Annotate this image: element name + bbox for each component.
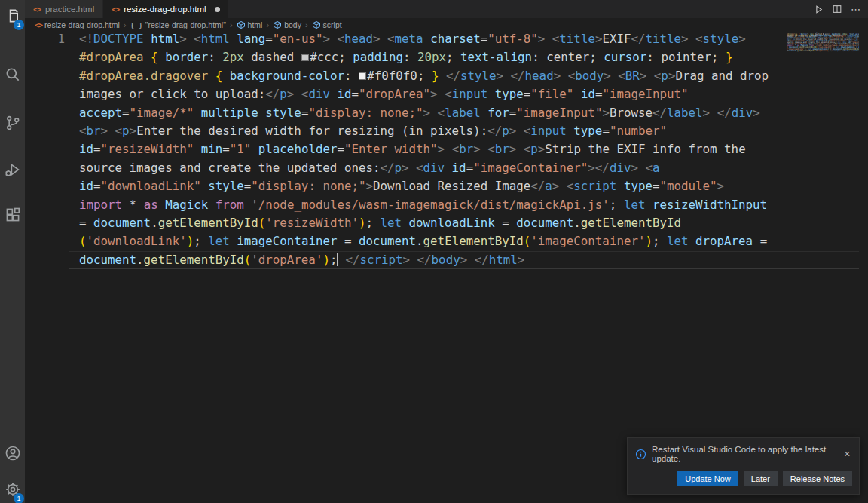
later-button[interactable]: Later (744, 471, 778, 486)
tab-label: practice.html (45, 5, 94, 14)
code-line: id="resizeWidth" min="1" placeholder="En… (79, 140, 769, 158)
run-and-debug-icon[interactable] (0, 157, 25, 182)
more-actions-icon[interactable]: ⋯ (850, 3, 862, 15)
html-file-icon: <> (33, 5, 41, 14)
breadcrumb-label: "resize-drag-drop.html" (145, 20, 226, 29)
html-file-icon: <> (35, 21, 42, 29)
html-file-icon: <> (112, 5, 119, 14)
chevron-right-icon: › (229, 20, 234, 29)
breadcrumb-label: script (323, 20, 342, 29)
code-line: #dropArea { border: 2px dashed #ccc; pad… (79, 48, 769, 66)
breadcrumb-label: html (248, 20, 263, 29)
tab-label: resize-drag-drop.html (124, 5, 206, 14)
breadcrumb-item-resize-drag-drop.html[interactable]: <>resize-drag-drop.html (35, 20, 120, 29)
manage-badge: 1 (14, 493, 24, 503)
explorer-icon[interactable]: 1 (0, 3, 25, 28)
code-editor[interactable]: 1 <!DOCTYPE html> <html lang="en-us"> <h… (25, 32, 868, 503)
symbol-element-icon (237, 20, 246, 29)
braces-icon: { } (130, 21, 143, 29)
release-notes-button[interactable]: Release Notes (783, 471, 852, 486)
chevron-right-icon: › (123, 20, 127, 29)
code-line: images or click to upload:</p> <div id="… (79, 85, 769, 103)
update-notification: Restart Visual Studio Code to apply the … (627, 437, 860, 495)
chevron-right-icon: › (304, 20, 309, 29)
code-line: #dropArea.dragover { background-color: #… (79, 67, 769, 85)
code-line: accept="image/*" multiple style="display… (79, 104, 769, 122)
color-swatch[interactable] (359, 72, 366, 80)
color-swatch[interactable] (301, 54, 309, 62)
tab-resize-drag-drop.html[interactable]: <>resize-drag-drop.html (103, 0, 228, 18)
code-line: id="downloadLink" style="display: none;"… (79, 177, 769, 195)
update-now-button[interactable]: Update Now (677, 471, 738, 486)
activity-bar: 11 (0, 0, 25, 503)
accounts-icon[interactable] (0, 440, 25, 465)
breadcrumb-item-body[interactable]: body (273, 20, 301, 29)
notification-buttons: Update NowLaterRelease Notes (628, 468, 859, 494)
split-editor-icon[interactable] (831, 3, 843, 15)
search-icon[interactable] (0, 62, 25, 87)
modified-indicator-icon[interactable] (215, 7, 220, 12)
notification-message: Restart Visual Studio Code to apply the … (652, 445, 836, 463)
code-content[interactable]: <!DOCTYPE html> <html lang="en-us"> <hea… (79, 30, 769, 269)
editor-actions: ⋯ (812, 0, 862, 18)
code-line: = document.getElementById('resizeWidth')… (79, 214, 769, 232)
tab-bar: <>practice.html<>resize-drag-drop.html ⋯ (25, 0, 868, 18)
code-line: ('downloadLink'); let imageContainer = d… (79, 232, 769, 250)
extensions-icon[interactable] (0, 202, 25, 227)
breadcrumb-item-html[interactable]: html (237, 20, 263, 29)
code-line: <!DOCTYPE html> <html lang="en-us"> <hea… (79, 30, 769, 48)
manage-icon[interactable]: 1 (0, 477, 25, 501)
code-line: import * as Magick from '/node_modules/w… (79, 196, 769, 214)
explorer-badge: 1 (14, 20, 24, 30)
code-line: document.getElementById('dropArea'); </s… (787, 51, 859, 52)
chevron-right-icon: › (265, 20, 270, 29)
code-line: <br> <p>Enter the desired width for resi… (79, 122, 769, 140)
source-control-icon[interactable] (0, 110, 25, 135)
line-number: 1 (25, 30, 65, 48)
editor-group: <>practice.html<>resize-drag-drop.html ⋯… (25, 0, 868, 503)
breadcrumb-label: body (284, 20, 301, 29)
close-icon[interactable]: ✕ (842, 449, 853, 459)
code-line: source images and create the updated one… (79, 159, 769, 177)
symbol-element-icon (273, 20, 282, 29)
breadcrumb-item-resize-drag-drop.html[interactable]: { }"resize-drag-drop.html" (130, 20, 226, 29)
symbol-element-icon (312, 20, 321, 29)
breadcrumb-item-script[interactable]: script (312, 20, 342, 29)
tab-list: <>practice.html<>resize-drag-drop.html (25, 0, 229, 18)
vscode-window: 11 <>practice.html<>resize-drag-drop.htm… (0, 0, 868, 503)
run-icon[interactable] (812, 3, 824, 15)
breadcrumb-label: resize-drag-drop.html (44, 20, 120, 29)
info-icon (635, 449, 646, 460)
minimap[interactable]: <!DOCTYPE html> <html lang="en-us"> <hea… (787, 32, 859, 54)
tab-practice.html[interactable]: <>practice.html (25, 0, 103, 18)
code-line: document.getElementById('dropArea'); </s… (79, 251, 769, 269)
